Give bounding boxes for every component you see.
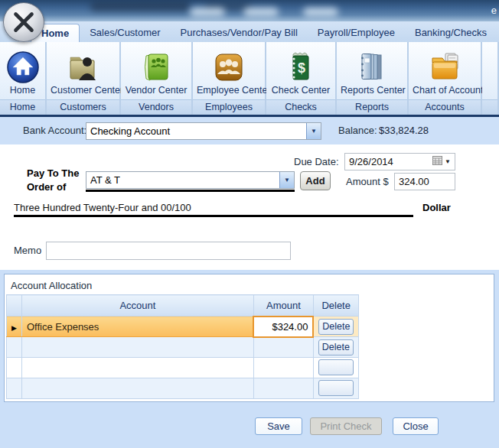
account-cell[interactable] [21, 358, 253, 378]
titlebar-blur-blob [303, 8, 338, 17]
ribbon-tab-bar: Home Sales/Customer Purchases/Vendor/Pay… [0, 21, 499, 42]
table-row: Delete [7, 337, 359, 358]
chevron-down-icon[interactable]: ▼ [279, 172, 294, 188]
chevron-down-icon[interactable]: ▼ [306, 123, 321, 139]
titlebar: e [0, 0, 499, 21]
app-window: e Home Sales/Customer Purchases/Vendor/P… [0, 0, 499, 448]
table-row [7, 378, 359, 399]
ribbon-button-chart-of-accounts[interactable]: Chart of Accounts Accounts [409, 42, 482, 115]
balance-value: $33,824.28 [379, 125, 429, 136]
amount-label: Amount $ [346, 176, 389, 187]
customer-folder-icon [47, 42, 119, 85]
app-menu-button[interactable] [3, 2, 44, 42]
account-cell[interactable] [21, 378, 253, 399]
account-column-header: Account [21, 295, 253, 317]
amount-cell[interactable] [253, 378, 313, 399]
ribbon-group-employees: Employees [193, 99, 265, 115]
table-row: ▶ Office Expenses $324.00 Delete [7, 317, 359, 337]
amount-column-header: Amount [253, 295, 313, 317]
ribbon-group-checks: Checks [266, 99, 335, 115]
tab-payroll-employee[interactable]: Payroll/Employee [308, 24, 405, 42]
ribbon-button-vendor-center[interactable]: Vendor Center Vendors [121, 42, 193, 115]
payee-underline [86, 190, 295, 192]
account-cell[interactable] [21, 337, 253, 358]
ribbon-toolbar: Home Home Customer Center Customers [0, 42, 499, 115]
ribbon-button-home[interactable]: Home Home [0, 42, 47, 115]
allocation-header-row: Account Amount Delete [7, 295, 359, 317]
ribbon-button-check-center[interactable]: $ Check Center Checks [266, 42, 337, 115]
delete-column-header: Delete [313, 295, 359, 317]
check-form: Due Date: 9/26/2014 ▼ Pay To The Order o… [0, 144, 499, 270]
amount-input[interactable] [394, 173, 455, 190]
bank-account-label: Bank Account: [23, 125, 86, 136]
memo-label: Memo [14, 245, 41, 256]
accounts-folder-icon [409, 42, 481, 85]
ribbon-button-employee-center[interactable]: Employee Center Employees [193, 42, 266, 115]
save-button[interactable]: Save [255, 417, 302, 435]
ribbon-button-customer-center[interactable]: Customer Center Customers [47, 42, 121, 115]
bank-account-band: Bank Account: Checking Account ▼ Balance… [0, 117, 499, 144]
due-date-field[interactable]: 9/26/2014 ▼ [344, 153, 455, 170]
add-payee-button[interactable]: Add [300, 171, 331, 190]
row-selector-cell[interactable] [7, 337, 22, 358]
titlebar-blurred-text [90, 2, 190, 11]
vendor-book-icon [121, 42, 191, 85]
amount-cell[interactable]: $324.00 [253, 317, 313, 337]
ribbon-group-reports: Reports [337, 99, 407, 115]
allocation-table: Account Amount Delete ▶ Office Expenses … [6, 294, 359, 399]
delete-row-button[interactable] [318, 380, 354, 396]
amount-cell[interactable] [253, 358, 313, 378]
account-cell[interactable]: Office Expenses [21, 317, 253, 337]
due-date-label: Due Date: [294, 156, 339, 167]
chevron-down-icon[interactable]: ▼ [445, 158, 451, 165]
employees-icon [193, 42, 265, 85]
print-check-button[interactable]: Print Check [310, 417, 382, 435]
delete-cell: Delete [313, 317, 359, 337]
row-selector-header [7, 295, 22, 317]
ribbon-group-vendors: Vendors [121, 99, 191, 115]
check-book-icon: $ [266, 42, 335, 85]
bank-account-select[interactable]: Checking Account ▼ [86, 122, 321, 140]
row-selector-cell[interactable] [7, 378, 22, 399]
account-allocation-panel: Account Allocation Account Amount Delete… [4, 274, 494, 402]
pay-to-label: Pay To The Order of [27, 167, 79, 194]
memo-input[interactable] [46, 242, 291, 260]
delete-row-button[interactable]: Delete [318, 339, 354, 355]
svg-text:$: $ [298, 60, 305, 76]
delete-row-button[interactable] [318, 359, 354, 375]
account-allocation-title: Account Allocation [11, 280, 92, 291]
titlebar-corner-text: e [491, 5, 497, 16]
ribbon-button-reports-center[interactable]: Reports Center Reports [337, 42, 409, 115]
ribbon-group-home: Home [0, 99, 45, 115]
reports-binders-icon [337, 42, 407, 85]
ribbon-group-accounts: Accounts [409, 99, 481, 115]
dollar-label: Dollar [422, 202, 451, 213]
delete-row-button[interactable]: Delete [318, 319, 354, 335]
app-logo-icon [9, 8, 38, 37]
home-icon [0, 42, 45, 85]
ribbon-group-customers: Customers [47, 99, 119, 115]
calendar-icon[interactable] [432, 156, 442, 167]
tab-sales-customer[interactable]: Sales/Customer [80, 24, 170, 42]
titlebar-blur-blob [243, 8, 279, 17]
amount-cell[interactable] [253, 337, 313, 358]
delete-cell [313, 358, 359, 378]
balance-label: Balance: [338, 125, 377, 136]
row-selector-cell[interactable] [7, 358, 22, 378]
titlebar-blur-blob [190, 8, 225, 17]
tab-purchases-vendor-pay-bill[interactable]: Purchases/Vendor/Pay Bill [171, 24, 308, 42]
amount-words-underline [14, 215, 413, 217]
tab-banking-checks[interactable]: Banking/Checks [405, 24, 497, 42]
close-button[interactable]: Close [393, 417, 439, 435]
table-row [7, 358, 359, 378]
delete-cell: Delete [313, 337, 359, 358]
ribbon-group-partial [482, 42, 499, 115]
amount-in-words: Three Hundred Twenty-Four and 00/100 [14, 202, 191, 213]
payee-select[interactable]: AT & T ▼ [86, 171, 295, 189]
row-selector-cell[interactable]: ▶ [7, 317, 22, 337]
delete-cell [313, 378, 359, 399]
selected-row-arrow-icon: ▶ [11, 324, 17, 332]
